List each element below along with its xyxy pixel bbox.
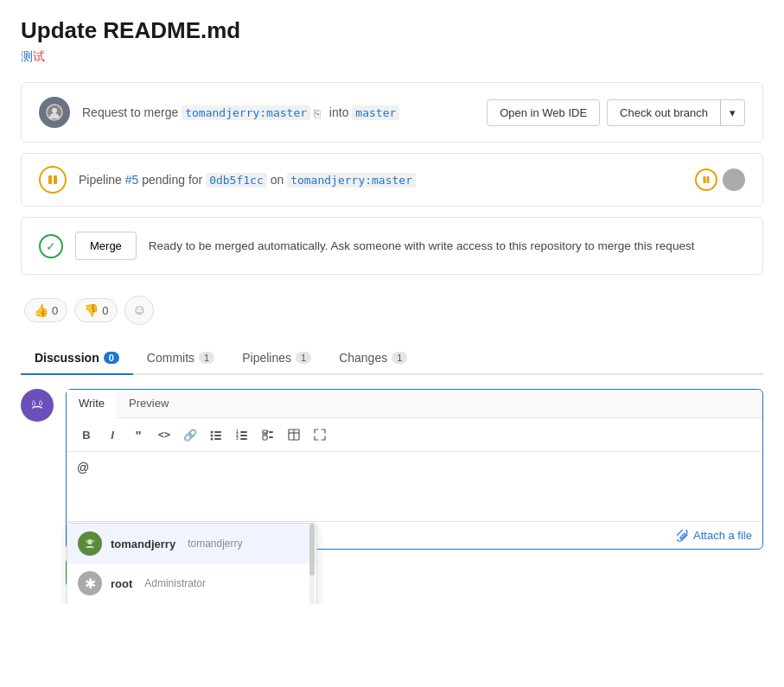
reactions-bar: 👍 0 👎 0 ☺ [21,285,763,335]
commit-hash-link[interactable]: 0db5f1cc [206,173,267,188]
svg-point-13 [211,431,214,434]
tab-commits[interactable]: Commits 1 [133,342,228,375]
toolbar-quote[interactable]: " [127,423,150,446]
thumbs-up-reaction[interactable]: 👍 0 [24,298,67,322]
editor-body[interactable]: @ tomandjerry tomandjerry [67,452,762,521]
editor-at-symbol: @ [77,461,89,474]
toolbar-ul[interactable] [205,423,227,446]
mention-item-root[interactable]: ✱ root Administrator [67,563,316,603]
toolbar-bold[interactable]: B [75,423,98,446]
attach-file-icon [677,530,689,542]
page-title: Update README.md [21,17,763,44]
svg-point-11 [33,400,35,403]
pipeline-status-icons [695,169,745,191]
toolbar-ol[interactable]: 123 [231,423,253,446]
merge-ready-card: ✓ Merge Ready to be merged automatically… [21,217,763,275]
thumbs-down-reaction[interactable]: 👎 0 [74,298,118,322]
target-branch-link[interactable]: master [352,105,399,120]
mr-avatar [39,97,70,128]
thumbs-up-count: 0 [52,304,58,317]
toolbar-fullscreen[interactable] [309,423,331,446]
svg-point-35 [92,540,95,543]
toolbar-table[interactable] [283,423,305,446]
toolbar-task[interactable] [257,423,279,446]
pipeline-status-circle [723,169,745,191]
tabs-bar: Discussion 0 Commits 1 Pipelines 1 Chang… [21,342,763,375]
svg-point-34 [86,540,88,543]
svg-rect-3 [54,175,57,184]
svg-text:3: 3 [236,436,239,441]
mention-item-all[interactable]: A all All Project and Group Members (2) [67,603,316,604]
svg-rect-18 [214,438,221,440]
merge-button[interactable]: Merge [75,232,137,260]
mention-username-tomandjerry: tomandjerry [111,538,175,550]
copy-icon[interactable]: ⎘ [314,107,326,119]
svg-rect-14 [214,431,221,433]
merge-actions: Open in Web IDE Check out branch ▾ [487,99,745,126]
editor-toolbar: B I " <> 🔗 123 [67,418,762,452]
checkout-branch-dropdown[interactable]: ▾ [720,99,745,126]
toolbar-code[interactable]: <> [153,423,175,446]
smiley-icon: ☺ [132,302,146,318]
pipeline-branch-link[interactable]: tomandjerry:master [287,173,416,188]
mention-username-root: root [111,577,132,590]
editor-tab-write[interactable]: Write [67,390,117,418]
current-user-avatar [21,389,54,422]
svg-point-10 [40,403,41,404]
toolbar-link[interactable]: 🔗 [179,423,201,446]
mention-avatar-tomandjerry [78,531,102,556]
svg-rect-28 [269,436,273,438]
merge-info-text: Request to merge tomandjerry:master ⎘ in… [82,105,475,119]
svg-point-17 [211,438,214,441]
mention-realname-tomandjerry: tomandjerry [188,538,242,550]
svg-rect-24 [240,438,247,440]
pipeline-id-link[interactable]: #5 [125,173,139,187]
checkout-branch-button[interactable]: Check out branch [607,99,720,126]
svg-rect-5 [707,176,710,183]
editor-tab-preview[interactable]: Preview [117,390,181,418]
mention-dropdown: tomandjerry tomandjerry ✱ root Administr… [67,523,317,604]
tab-discussion[interactable]: Discussion 0 [21,342,133,375]
merge-check-icon: ✓ [39,234,63,258]
dropdown-scrollbar[interactable] [309,524,315,604]
editor-tabs: Write Preview [67,390,762,418]
merge-request-card: Request to merge tomandjerry:master ⎘ in… [21,82,763,143]
svg-rect-20 [240,431,247,433]
svg-point-1 [52,108,57,113]
svg-point-6 [28,396,47,415]
comment-editor: Write Preview B I " <> 🔗 123 [66,389,763,550]
merge-ready-text: Ready to be merged automatically. Ask so… [149,239,695,252]
dropdown-scrollbar-thumb [309,524,315,576]
mention-avatar-root: ✱ [78,571,102,595]
checkout-branch-group: Check out branch ▾ [607,99,745,126]
pipeline-pause-icon [39,166,67,194]
pipeline-info-text: Pipeline #5 pending for 0db5f1cc on toma… [79,173,683,187]
thumbs-up-emoji: 👍 [34,303,48,317]
attach-file-label: Attach a file [693,529,752,542]
source-branch-link[interactable]: tomandjerry:master [182,105,310,120]
add-reaction-button[interactable]: ☺ [124,296,154,325]
pipeline-status-pause [695,169,717,191]
mention-realname-root: Administrator [144,577,206,589]
svg-point-15 [211,435,214,437]
page-subtitle: 测试 [21,49,763,65]
open-web-ide-button[interactable]: Open in Web IDE [487,99,600,126]
svg-point-9 [33,403,35,404]
pipeline-card: Pipeline #5 pending for 0db5f1cc on toma… [21,153,763,207]
svg-rect-4 [704,176,706,183]
svg-rect-16 [214,435,221,436]
thumbs-down-emoji: 👎 [84,303,99,317]
discussion-section: Write Preview B I " <> 🔗 123 [21,389,763,550]
svg-point-33 [87,539,92,544]
tab-changes[interactable]: Changes 1 [325,342,421,375]
toolbar-italic[interactable]: I [101,423,124,446]
svg-rect-26 [263,436,267,440]
thumbs-down-count: 0 [102,304,108,317]
attach-file-link[interactable]: Attach a file [677,529,752,542]
svg-rect-27 [269,431,273,433]
svg-point-12 [40,400,42,403]
mention-item-tomandjerry[interactable]: tomandjerry tomandjerry [67,524,316,563]
tab-pipelines[interactable]: Pipelines 1 [228,342,325,375]
svg-rect-22 [240,435,247,436]
svg-rect-2 [48,175,52,184]
